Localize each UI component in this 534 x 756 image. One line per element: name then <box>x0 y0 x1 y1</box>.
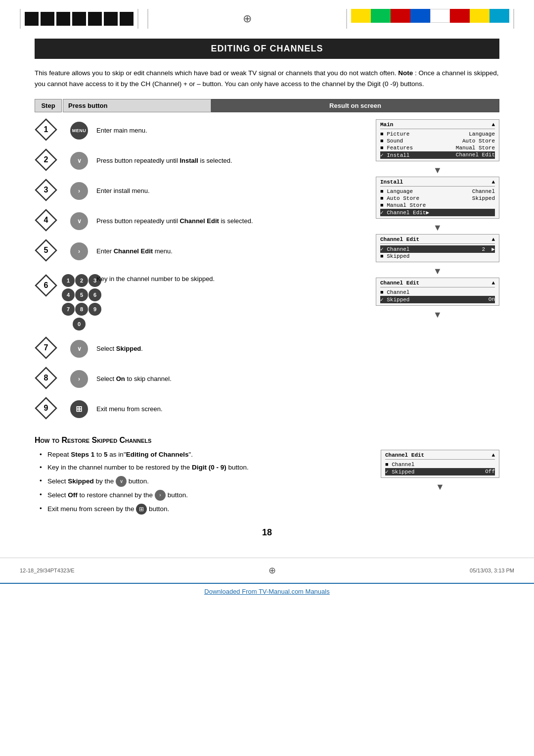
svg-text:6: 6 <box>44 281 48 289</box>
step-num-8: 8 <box>35 367 62 391</box>
restore-bullet-1: Repeat Steps 1 to 5 as in"Editing of Cha… <box>40 450 361 460</box>
screen-1: Main▲ ■ PictureLanguage ■ SoundAuto Stor… <box>376 119 499 161</box>
black-sq-1 <box>25 12 39 26</box>
right-button-8: › <box>70 370 88 388</box>
restore-bullet-3: Select Skipped by the ∨ button. <box>40 476 361 487</box>
header-step: Step <box>35 99 62 112</box>
step-4: 4 ∨ Press button repeatedly until Channe… <box>35 206 366 236</box>
svg-text:1: 1 <box>44 125 48 134</box>
step-btn-2: ∨ <box>62 152 96 170</box>
swatch-red2 <box>450 9 470 23</box>
step-btn-8: › <box>62 370 96 388</box>
page-content: Editing of Channels This feature allows … <box>0 34 534 553</box>
step-7: 7 ∨ Select Skipped. <box>35 333 366 364</box>
num-5: 5 <box>75 288 88 301</box>
step-btn-7: ∨ <box>62 340 96 358</box>
step-num-3: 3 <box>35 179 62 203</box>
restore-title: How to Restore Skipped Channels <box>35 436 499 445</box>
page-number: 18 <box>35 527 499 538</box>
svg-text:7: 7 <box>44 343 48 352</box>
swatch-cyan <box>490 9 509 23</box>
arrow-4: ▼ <box>376 309 499 321</box>
step-6: 6 1 2 3 4 5 6 7 8 9 <box>35 266 366 333</box>
step-desc-5: Enter Channel Edit menu. <box>96 246 366 256</box>
restore-bullet-5: Exit menu from screen by the ⊞ button. <box>40 504 361 515</box>
svg-text:4: 4 <box>44 216 48 224</box>
black-sq-7 <box>120 12 134 26</box>
down-button-2: ∨ <box>70 152 88 170</box>
num-6: 6 <box>89 288 101 301</box>
step-btn-6-numpad: 1 2 3 4 5 6 7 8 9 0 <box>62 270 96 331</box>
black-sq-5 <box>88 12 102 26</box>
step-btn-9: ⊞ <box>62 400 96 418</box>
black-sq-6 <box>104 12 118 26</box>
restore-screen: Channel Edit▲ ■ Channel ✓ SkippedOff ▼ <box>381 450 499 493</box>
svg-text:8: 8 <box>44 374 48 382</box>
screen-4: Channel Edit▲ ■ Channel ✓ SkippedOn <box>376 278 499 306</box>
step-num-1: 1 <box>35 118 62 142</box>
results-column: Main▲ ■ PictureLanguage ■ SoundAuto Stor… <box>376 115 499 424</box>
restore-section: How to Restore Skipped Channels Repeat S… <box>35 436 499 518</box>
right-rule-left2 <box>147 9 148 29</box>
step-btn-3: › <box>62 182 96 200</box>
step-btn-4: ∨ <box>62 212 96 230</box>
steps-column: 1 MENU Enter main menu. 2 ∨ <box>35 115 366 424</box>
step-1: 1 MENU Enter main menu. <box>35 115 366 145</box>
step-2: 2 ∨ Press button repeatedly until Instal… <box>35 145 366 176</box>
table-headers: Step Press button Result on screen <box>35 99 499 112</box>
header-press: Press button <box>63 99 211 112</box>
bottom-section: Repeat Steps 1 to 5 as in"Editing of Cha… <box>35 450 499 518</box>
right-button-3: › <box>70 182 88 200</box>
menu-button: MENU <box>70 122 88 140</box>
step-8: 8 › Select On to skip channel. <box>35 364 366 394</box>
restore-bullet-2: Key in the channel number to be restored… <box>40 463 361 472</box>
step-desc-9: Exit menu from screen. <box>96 404 366 414</box>
bottom-link[interactable]: Downloaded From TV-Manual.com Manuals <box>0 583 534 598</box>
swatch-white <box>430 9 450 23</box>
step-num-4: 4 <box>35 209 62 233</box>
svg-text:5: 5 <box>44 246 48 254</box>
step-num-2: 2 <box>35 148 62 173</box>
step-btn-5: › <box>62 242 96 260</box>
top-bar: ⊕ <box>0 0 534 34</box>
footer: 12-18_29/34PT4323/E ⊕ 05/13/03, 3:13 PM <box>0 558 534 583</box>
right-button-5: › <box>70 242 88 260</box>
step-desc-8: Select On to skip channel. <box>96 374 366 384</box>
down-button-7: ∨ <box>70 340 88 358</box>
top-crosshair: ⊕ <box>243 12 252 25</box>
step-num-6: 6 <box>35 270 62 298</box>
footer-right: 05/13/03, 3:13 PM <box>470 567 514 573</box>
step-num-7: 7 <box>35 336 62 361</box>
exit-button: ⊞ <box>70 400 88 418</box>
black-sq-3 <box>56 12 70 26</box>
step-desc-1: Enter main menu. <box>96 126 366 136</box>
step-desc-7: Select Skipped. <box>96 344 366 354</box>
black-sq-2 <box>41 12 54 26</box>
tv-manual-link[interactable]: Downloaded From TV-Manual.com Manuals <box>204 588 329 595</box>
crosshair-icon: ⊕ <box>243 12 252 25</box>
main-layout: 1 MENU Enter main menu. 2 ∨ <box>35 115 499 424</box>
step-3: 3 › Enter install menu. <box>35 176 366 206</box>
num-1: 1 <box>62 274 75 287</box>
restore-bullet-4: Select Off to restore channel by the › b… <box>40 490 361 501</box>
swatch-yellow2 <box>470 9 490 23</box>
swatch-blue <box>410 9 430 23</box>
step-desc-3: Enter install menu. <box>96 186 366 196</box>
num-8: 8 <box>75 303 88 316</box>
black-squares <box>25 12 134 26</box>
num-7: 7 <box>62 303 75 316</box>
step-btn-1: MENU <box>62 122 96 140</box>
restore-bullets: Repeat Steps 1 to 5 as in"Editing of Cha… <box>35 450 361 518</box>
right-rule-left <box>137 9 138 29</box>
step-num-9: 9 <box>35 397 62 421</box>
step-9: 9 ⊞ Exit menu from screen. <box>35 394 366 424</box>
num-2: 2 <box>75 274 88 287</box>
right-rule-right <box>513 9 514 29</box>
left-rule-right <box>346 9 347 29</box>
intro-paragraph: This feature allows you to skip or edit … <box>35 68 499 89</box>
svg-text:2: 2 <box>44 155 48 164</box>
header-result: Result on screen <box>211 99 499 112</box>
arrow-2: ▼ <box>376 222 499 234</box>
footer-left: 12-18_29/34PT4323/E <box>20 567 75 573</box>
restore-arrow: ▼ <box>381 481 499 493</box>
